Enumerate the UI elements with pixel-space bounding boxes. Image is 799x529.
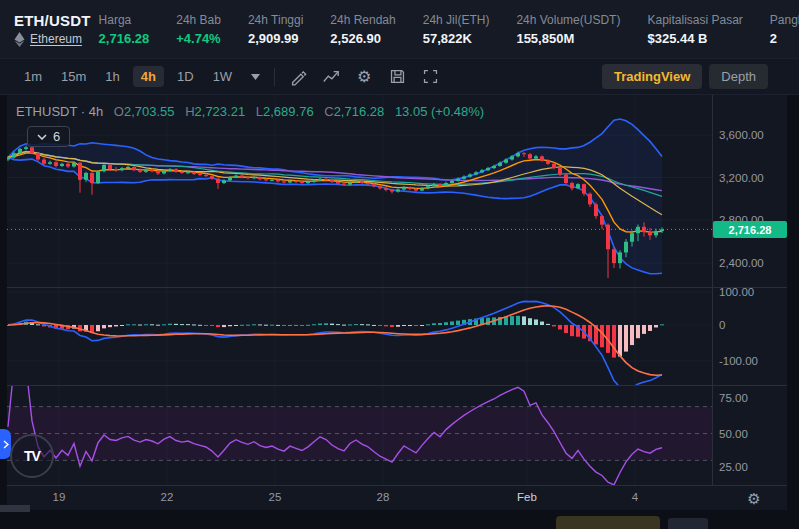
candle-body xyxy=(24,147,28,149)
stat-value: 2 xyxy=(770,31,799,46)
axis-tick-label[interactable]: 100.00 xyxy=(719,286,754,298)
macd-histogram-bar xyxy=(168,324,172,325)
fullscreen-icon[interactable] xyxy=(421,68,439,86)
timeframe-4h-active[interactable]: 4h xyxy=(133,66,164,87)
candle-body xyxy=(600,216,604,225)
axis-tick-label[interactable]: 22 xyxy=(161,491,174,503)
candle-body xyxy=(138,170,142,172)
candle-body xyxy=(54,162,58,166)
legend-open: 2,703.55 xyxy=(124,104,175,119)
macd-histogram-bar xyxy=(516,316,520,325)
axis-tick-label[interactable]: 75.00 xyxy=(719,392,748,404)
price-pane xyxy=(6,119,713,278)
candle-body xyxy=(252,177,256,178)
axis-tick-label[interactable]: 50.00 xyxy=(719,428,748,440)
tradingview-watermark-logo[interactable]: TV xyxy=(10,434,54,478)
macd-histogram-bar xyxy=(330,324,334,325)
candle-body xyxy=(348,183,352,185)
candle-body xyxy=(108,165,112,169)
macd-histogram-bar xyxy=(120,325,124,326)
cutoff-tab-fragment[interactable] xyxy=(668,518,708,529)
macd-histogram-bar xyxy=(612,325,616,358)
candle-body xyxy=(306,182,310,183)
candle-body xyxy=(354,181,358,182)
candle-body xyxy=(552,164,556,168)
candle-body xyxy=(330,180,334,182)
macd-histogram-bar xyxy=(528,318,532,325)
macd-histogram-bar xyxy=(234,325,238,326)
legend-close: 2,716.28 xyxy=(334,104,385,119)
macd-histogram-bar xyxy=(420,325,424,326)
stat-value: 57,822K xyxy=(423,31,490,46)
axis-tick-label[interactable]: 19 xyxy=(53,491,66,503)
candle-body xyxy=(594,204,598,216)
axis-tick-label[interactable]: 3,200.00 xyxy=(719,172,764,184)
coin-link[interactable]: Ethereum xyxy=(30,32,82,46)
axis-tick-label[interactable]: -100.00 xyxy=(719,355,758,367)
macd-histogram-bar xyxy=(396,325,400,327)
candle-body xyxy=(504,160,508,163)
macd-histogram-bar xyxy=(654,325,658,327)
depth-tab[interactable]: Depth xyxy=(709,64,768,89)
timeframe-1d[interactable]: 1D xyxy=(177,69,194,84)
axis-tick-label[interactable]: Feb xyxy=(517,491,537,503)
axis-settings-gear-icon[interactable]: ⚙ xyxy=(744,489,764,509)
trading-page: ETH/USDT Ethereum Harga2,716.28 24h Bab+… xyxy=(0,0,799,529)
timeframe-1w[interactable]: 1W xyxy=(213,69,233,84)
candle-body xyxy=(156,171,160,173)
macd-histogram-bar xyxy=(132,324,136,325)
candle-body xyxy=(624,242,628,253)
candle-body xyxy=(288,181,292,183)
candle-body xyxy=(144,170,148,172)
candle-body xyxy=(522,153,526,154)
tradingview-tab[interactable]: TradingView xyxy=(602,64,702,89)
indicators-chart-icon[interactable] xyxy=(322,68,340,86)
macd-histogram-bar xyxy=(162,324,166,325)
candle-body xyxy=(534,156,538,158)
candle-body xyxy=(498,163,502,166)
axis-tick-label[interactable]: 2,400.00 xyxy=(719,257,764,269)
stat-label: 24h Bab xyxy=(176,13,221,27)
macd-histogram-bar xyxy=(414,325,418,326)
timeframe-1m[interactable]: 1m xyxy=(24,69,42,84)
macd-histogram-bar xyxy=(432,323,436,325)
timeframe-15m[interactable]: 15m xyxy=(61,69,86,84)
ethereum-icon xyxy=(14,32,25,47)
candle-body xyxy=(72,163,76,167)
axis-tick-label[interactable]: 4 xyxy=(632,491,639,503)
candle-body xyxy=(450,181,454,183)
macd-histogram-bar xyxy=(126,324,130,325)
axis-tick-label[interactable]: 0 xyxy=(719,319,725,331)
macd-histogram-bar xyxy=(246,325,250,326)
axis-tick-label[interactable]: 3,600.00 xyxy=(719,129,764,141)
macd-histogram-bar xyxy=(630,325,634,345)
indicators-collapse-badge[interactable]: 6 xyxy=(27,126,70,147)
macd-pane xyxy=(6,301,664,389)
cutoff-active-tab-fragment[interactable] xyxy=(556,516,660,529)
legend-low: 2,689.76 xyxy=(263,104,314,119)
scrollbar-fragment[interactable] xyxy=(0,505,30,512)
timeframe-1h[interactable]: 1h xyxy=(105,69,119,84)
draw-pencil-icon[interactable] xyxy=(289,68,307,86)
macd-histogram-bar xyxy=(558,325,562,329)
candle-body xyxy=(114,169,118,170)
settings-gear-icon[interactable]: ⚙ xyxy=(355,68,373,86)
candle-body xyxy=(48,162,52,164)
axis-tick-label[interactable]: 25.00 xyxy=(719,461,748,473)
candle-body xyxy=(366,183,370,184)
candle-body xyxy=(486,168,490,170)
candle-body xyxy=(510,156,514,159)
macd-histogram-bar xyxy=(348,324,352,325)
axis-tick-label[interactable]: 28 xyxy=(377,491,390,503)
axis-tick-label[interactable]: 25 xyxy=(269,491,282,503)
stat-label: 24h Volume(USDT) xyxy=(516,13,620,27)
chart-canvas[interactable]: 3,600.003,200.002,800.002,400.00100.000-… xyxy=(0,95,787,510)
timeframe-dropdown-caret-icon[interactable] xyxy=(251,74,260,80)
save-layout-icon[interactable] xyxy=(388,68,406,86)
macd-histogram-bar xyxy=(648,325,652,331)
candle-body xyxy=(324,179,328,180)
macd-histogram-bar xyxy=(264,325,268,326)
candle-body xyxy=(90,173,94,183)
stat-value: +4.74% xyxy=(176,31,221,46)
macd-histogram-bar xyxy=(360,324,364,325)
